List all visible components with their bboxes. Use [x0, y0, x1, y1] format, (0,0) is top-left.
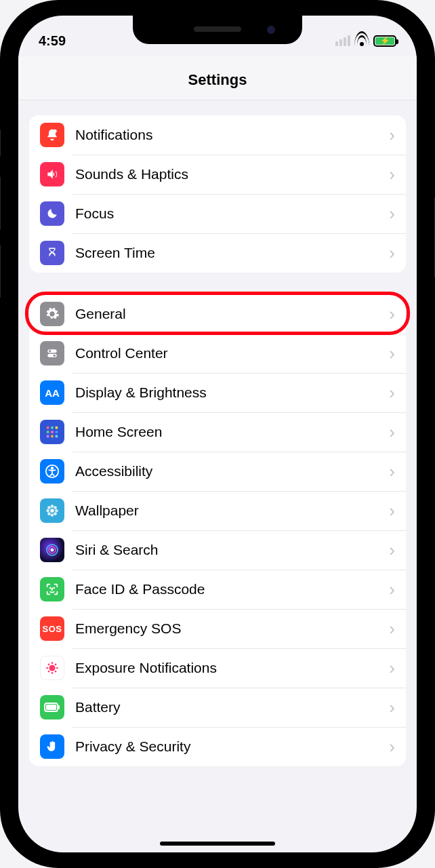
cellular-signal-icon: [335, 35, 350, 46]
row-label: Focus: [64, 205, 389, 222]
svg-point-22: [54, 506, 57, 509]
row-label: General: [64, 306, 389, 322]
accessibility-icon: [40, 459, 64, 484]
svg-point-19: [46, 509, 49, 513]
chevron-right-icon: ›: [389, 580, 395, 598]
row-controlcenter[interactable]: Control Center ›: [29, 334, 406, 373]
row-accessibility[interactable]: Accessibility ›: [29, 452, 406, 491]
row-privacy[interactable]: Privacy & Security ›: [29, 727, 406, 766]
svg-point-17: [51, 505, 54, 508]
chevron-right-icon: ›: [389, 738, 395, 755]
svg-rect-10: [56, 431, 58, 433]
row-sos[interactable]: SOS Emergency SOS ›: [29, 609, 406, 648]
svg-rect-6: [51, 427, 54, 429]
hourglass-icon: [40, 241, 64, 265]
chevron-right-icon: ›: [389, 659, 395, 677]
row-screentime[interactable]: Screen Time ›: [29, 233, 406, 273]
svg-point-32: [51, 672, 54, 674]
moon-icon: [40, 201, 64, 226]
grid-icon: [40, 420, 64, 444]
svg-point-24: [54, 512, 57, 515]
sos-icon: SOS: [40, 616, 64, 641]
settings-group: Notifications › Sounds & Haptics ›: [29, 115, 406, 273]
chevron-right-icon: ›: [389, 126, 395, 144]
svg-point-34: [56, 667, 58, 669]
chevron-right-icon: ›: [389, 305, 395, 323]
row-exposure[interactable]: Exposure Notifications ›: [29, 648, 406, 688]
chevron-right-icon: ›: [389, 244, 395, 262]
row-label: Privacy & Security: [64, 738, 389, 755]
virus-icon: [40, 656, 64, 680]
row-display[interactable]: AA Display & Brightness ›: [29, 373, 406, 412]
flower-icon: [40, 498, 64, 523]
chevron-right-icon: ›: [389, 423, 395, 441]
row-label: Battery: [64, 699, 389, 715]
svg-point-35: [48, 664, 50, 666]
svg-rect-13: [56, 435, 58, 438]
row-label: Notifications: [64, 127, 389, 143]
status-time: 4:59: [39, 33, 66, 49]
battery-icon: [40, 695, 64, 719]
svg-rect-40: [46, 705, 56, 710]
svg-point-28: [50, 588, 51, 589]
svg-rect-8: [47, 431, 49, 433]
hand-icon: [40, 734, 64, 759]
svg-point-36: [55, 664, 57, 666]
text-size-icon: AA: [40, 380, 64, 405]
gear-icon: [40, 302, 64, 326]
svg-point-38: [55, 671, 57, 673]
row-wallpaper[interactable]: Wallpaper ›: [29, 491, 406, 530]
row-homescreen[interactable]: Home Screen ›: [29, 412, 406, 452]
row-focus[interactable]: Focus ›: [29, 194, 406, 233]
row-label: Display & Brightness: [64, 384, 389, 401]
settings-group: General › Control Center › AA Display & …: [29, 294, 406, 766]
home-indicator[interactable]: [160, 842, 275, 846]
svg-point-2: [49, 350, 51, 352]
svg-point-20: [55, 509, 58, 513]
svg-point-23: [47, 512, 51, 515]
row-notifications[interactable]: Notifications ›: [29, 115, 406, 155]
chevron-right-icon: ›: [389, 344, 395, 362]
svg-rect-5: [47, 427, 49, 429]
chevron-right-icon: ›: [389, 384, 395, 401]
switches-icon: [40, 341, 64, 366]
svg-point-0: [54, 130, 57, 133]
svg-point-16: [50, 509, 54, 513]
chevron-right-icon: ›: [389, 698, 395, 716]
row-label: Emergency SOS: [64, 620, 389, 637]
svg-point-21: [47, 506, 51, 509]
svg-point-31: [51, 662, 54, 664]
svg-rect-7: [56, 427, 58, 429]
svg-point-15: [51, 467, 54, 469]
row-label: Exposure Notifications: [64, 660, 389, 676]
row-siri[interactable]: Siri & Search ›: [29, 530, 406, 570]
wifi-icon: [354, 35, 369, 46]
chevron-right-icon: ›: [389, 165, 395, 183]
row-sounds[interactable]: Sounds & Haptics ›: [29, 155, 406, 194]
svg-point-37: [48, 671, 50, 673]
chevron-right-icon: ›: [389, 205, 395, 222]
battery-charging-icon: ⚡: [373, 35, 396, 47]
svg-rect-9: [51, 431, 54, 433]
row-label: Sounds & Haptics: [64, 166, 389, 182]
row-label: Screen Time: [64, 245, 389, 261]
screen: 4:59 ⚡ Settings Notifications ›: [18, 16, 417, 852]
svg-point-4: [54, 355, 56, 357]
svg-rect-12: [51, 435, 54, 438]
svg-point-30: [49, 665, 55, 671]
settings-list[interactable]: Notifications › Sounds & Haptics ›: [18, 100, 417, 788]
row-battery[interactable]: Battery ›: [29, 688, 406, 727]
bell-icon: [40, 123, 64, 147]
row-label: Face ID & Passcode: [64, 581, 389, 597]
chevron-right-icon: ›: [389, 462, 395, 480]
row-faceid[interactable]: Face ID & Passcode ›: [29, 570, 406, 609]
row-general[interactable]: General ›: [29, 294, 406, 334]
row-label: Wallpaper: [64, 502, 389, 519]
chevron-right-icon: ›: [389, 502, 395, 519]
chevron-right-icon: ›: [389, 541, 395, 559]
page-title: Settings: [18, 56, 417, 100]
svg-point-29: [54, 588, 54, 589]
siri-icon: [40, 538, 64, 562]
row-label: Control Center: [64, 345, 389, 361]
row-label: Siri & Search: [64, 542, 389, 558]
